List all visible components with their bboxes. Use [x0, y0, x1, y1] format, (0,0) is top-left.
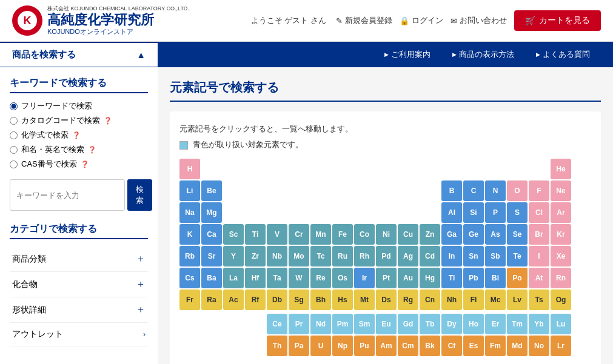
element-mg[interactable]: Mg	[201, 202, 222, 223]
element-mo[interactable]: Mo	[289, 246, 309, 266]
element-ra[interactable]: Ra	[201, 290, 222, 310]
element-as[interactable]: As	[485, 224, 506, 245]
element-sn[interactable]: Sn	[463, 246, 484, 266]
element-ba[interactable]: Ba	[201, 268, 222, 288]
element-tc[interactable]: Tc	[310, 246, 331, 266]
element-ca[interactable]: Ca	[201, 224, 222, 245]
element-lr[interactable]: Lr	[551, 336, 571, 356]
element-ne[interactable]: Ne	[551, 180, 571, 201]
element-ho[interactable]: Ho	[463, 314, 484, 334]
element-w[interactable]: W	[289, 268, 309, 288]
element-s[interactable]: S	[507, 202, 528, 223]
element-dy[interactable]: Dy	[441, 314, 462, 334]
element-bi[interactable]: Bi	[485, 268, 506, 288]
element-cn[interactable]: Cn	[420, 290, 440, 310]
cart-button[interactable]: 🛒 カートを見る	[514, 10, 601, 31]
element-ds[interactable]: Ds	[376, 290, 397, 310]
help-icon-formula[interactable]: ❓	[72, 131, 81, 139]
element-al[interactable]: Al	[441, 202, 462, 223]
element-pt[interactable]: Pt	[376, 268, 397, 288]
element-i[interactable]: I	[529, 246, 549, 266]
element-lu[interactable]: Lu	[551, 314, 571, 334]
element-po[interactable]: Po	[507, 268, 528, 288]
element-co[interactable]: Co	[354, 224, 375, 245]
element-hg[interactable]: Hg	[420, 268, 440, 288]
element-sg[interactable]: Sg	[289, 290, 309, 310]
element-pa[interactable]: Pa	[289, 336, 309, 356]
help-icon-catalog[interactable]: ❓	[104, 117, 112, 125]
nav-link-display[interactable]: 商品の表示方法	[441, 42, 525, 67]
element-cd[interactable]: Cd	[420, 246, 440, 266]
element-sr[interactable]: Sr	[201, 246, 222, 266]
login-link[interactable]: 🔒 ログイン	[400, 15, 443, 26]
element-rb[interactable]: Rb	[179, 246, 200, 266]
radio-formula-input[interactable]	[10, 131, 18, 139]
element-sm[interactable]: Sm	[354, 314, 375, 334]
element-er[interactable]: Er	[485, 314, 506, 334]
element-es[interactable]: Es	[463, 336, 484, 356]
element-lv[interactable]: Lv	[507, 290, 528, 310]
category-item-outlet[interactable]: アウトレット ›	[10, 323, 148, 346]
search-button[interactable]: 検索	[127, 179, 152, 211]
element-no[interactable]: No	[529, 336, 549, 356]
radio-cas-input[interactable]	[10, 160, 18, 168]
element-nb[interactable]: Nb	[267, 246, 287, 266]
element-pm[interactable]: Pm	[332, 314, 353, 334]
element-ir[interactable]: Ir	[354, 268, 375, 288]
category-item-shape[interactable]: 形状詳細 ＋	[10, 297, 148, 323]
help-icon-cas[interactable]: ❓	[81, 160, 89, 168]
element-cm[interactable]: Cm	[398, 336, 418, 356]
element-k[interactable]: K	[179, 224, 200, 245]
element-ni[interactable]: Ni	[376, 224, 397, 245]
element-o[interactable]: O	[507, 180, 528, 201]
element-ar[interactable]: Ar	[551, 202, 571, 223]
element-sb[interactable]: Sb	[485, 246, 506, 266]
element-am[interactable]: Am	[376, 336, 397, 356]
element-ts[interactable]: Ts	[529, 290, 549, 310]
element-te[interactable]: Te	[507, 246, 528, 266]
element-eu[interactable]: Eu	[376, 314, 397, 334]
nav-link-faq[interactable]: よくある質問	[525, 42, 601, 67]
element-ce[interactable]: Ce	[267, 314, 287, 334]
element-tm[interactable]: Tm	[507, 314, 528, 334]
element-he[interactable]: He	[551, 159, 571, 179]
element-gd[interactable]: Gd	[398, 314, 418, 334]
element-db[interactable]: Db	[267, 290, 287, 310]
element-yb[interactable]: Yb	[529, 314, 549, 334]
element-fe[interactable]: Fe	[332, 224, 353, 245]
nav-link-guide[interactable]: ご利用案内	[373, 42, 441, 67]
element-ga[interactable]: Ga	[441, 224, 462, 245]
element-fm[interactable]: Fm	[485, 336, 506, 356]
element-np[interactable]: Np	[332, 336, 353, 356]
element-be[interactable]: Be	[201, 180, 222, 201]
radio-name-input[interactable]	[10, 146, 18, 154]
element-hs[interactable]: Hs	[332, 290, 353, 310]
search-input[interactable]	[10, 179, 125, 211]
element-br[interactable]: Br	[529, 224, 549, 245]
element-hf[interactable]: Hf	[245, 268, 266, 288]
element-na[interactable]: Na	[179, 202, 200, 223]
radio-freeword[interactable]: フリーワードで検索	[10, 101, 148, 111]
element-se[interactable]: Se	[507, 224, 528, 245]
contact-link[interactable]: ✉ お問い合わせ	[451, 15, 507, 26]
radio-cas[interactable]: CAS番号で検索 ❓	[10, 159, 148, 170]
element-th[interactable]: Th	[267, 336, 287, 356]
element-b[interactable]: B	[441, 180, 462, 201]
element-fl[interactable]: Fl	[463, 290, 484, 310]
element-kr[interactable]: Kr	[551, 224, 571, 245]
element-os[interactable]: Os	[332, 268, 353, 288]
element-bh[interactable]: Bh	[310, 290, 331, 310]
element-cf[interactable]: Cf	[441, 336, 462, 356]
element-mt[interactable]: Mt	[354, 290, 375, 310]
element-cu[interactable]: Cu	[398, 224, 418, 245]
element-ac[interactable]: Ac	[223, 290, 244, 310]
register-link[interactable]: ✎ 新規会員登録	[336, 15, 392, 26]
element-md[interactable]: Md	[507, 336, 528, 356]
element-ge[interactable]: Ge	[463, 224, 484, 245]
element-ag[interactable]: Ag	[398, 246, 418, 266]
element-xe[interactable]: Xe	[551, 246, 571, 266]
element-og[interactable]: Og	[551, 290, 571, 310]
element-pd[interactable]: Pd	[376, 246, 397, 266]
radio-catalog-input[interactable]	[10, 117, 18, 125]
element-tb[interactable]: Tb	[420, 314, 440, 334]
